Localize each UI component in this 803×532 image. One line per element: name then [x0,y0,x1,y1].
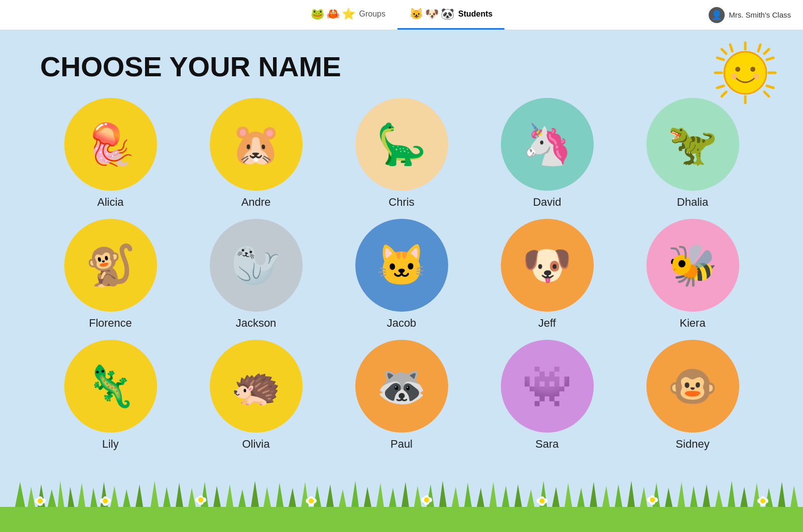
svg-line-12 [717,86,724,88]
svg-marker-65 [565,483,572,507]
students-tab-label: Students [458,10,492,19]
svg-marker-32 [151,481,159,507]
animal-face-sara: 👾 [501,340,594,433]
tab-groups[interactable]: 🐸 🦀 ⭐ Groups [299,0,397,30]
animal-face-florence: 🐒 [64,219,157,312]
svg-marker-33 [163,487,171,507]
svg-marker-60 [502,486,509,507]
svg-marker-82 [778,482,785,507]
svg-marker-20 [15,482,25,507]
svg-marker-21 [28,487,35,507]
svg-marker-67 [590,482,597,507]
header: 🐸 🦀 ⭐ Groups 😺 🐶 🐼 Students 👤 Mrs. Smith… [0,0,803,30]
svg-marker-52 [401,482,409,507]
svg-marker-61 [514,484,522,507]
avatar-david: 🦄 [501,98,594,191]
svg-marker-66 [577,488,585,507]
svg-point-113 [540,498,545,503]
svg-line-10 [758,45,760,51]
user-area: 👤 Mrs. Smith's Class [709,7,791,23]
animal-face-andre: 🐹 [210,98,303,191]
avatar-sara: 👾 [501,340,594,433]
student-sidney[interactable]: 🐵Sidney [622,340,763,451]
student-kiera[interactable]: 🐝Kiera [622,219,763,330]
svg-marker-46 [326,484,334,507]
svg-marker-76 [703,484,710,507]
student-chris[interactable]: 🦕Chris [331,98,472,209]
svg-marker-34 [176,483,183,507]
animal-face-jeff: 🐶 [501,219,594,312]
svg-marker-53 [414,486,422,507]
svg-marker-40 [251,481,259,507]
student-name-lily: Lily [102,438,118,451]
svg-line-9 [717,58,724,60]
sun-decoration [713,40,778,105]
svg-marker-35 [188,488,196,507]
svg-marker-43 [289,488,296,507]
animal-face-sidney: 🐵 [646,340,739,433]
svg-marker-50 [376,483,384,507]
student-name-jeff: Jeff [538,317,556,330]
svg-marker-42 [276,483,284,507]
svg-line-13 [767,86,773,88]
main-content: CHOOSE YOUR NAME 🪼Alicia🐹Andre🦕Chris🦄Dav… [0,30,803,532]
student-name-olivia: Olivia [242,438,270,451]
svg-marker-77 [715,489,723,507]
svg-marker-57 [464,483,472,507]
avatar-andre: 🐹 [210,98,303,191]
svg-point-118 [650,497,655,502]
svg-point-15 [735,67,740,72]
svg-marker-69 [615,484,622,507]
svg-line-6 [764,49,769,54]
student-lily[interactable]: 🦎Lily [40,340,181,451]
student-andre[interactable]: 🐹Andre [186,98,326,209]
students-grid: 🪼Alicia🐹Andre🦕Chris🦄David🦖Dhalia🐒Florenc… [40,98,763,461]
student-jacob[interactable]: 🐱Jacob [331,219,472,330]
user-avatar-icon: 👤 [709,7,725,23]
student-alicia[interactable]: 🪼Alicia [40,98,181,209]
svg-marker-56 [452,487,459,507]
svg-marker-37 [213,486,221,507]
animal-face-chris: 🦕 [355,98,448,191]
student-david[interactable]: 🦄David [477,98,617,209]
header-tabs: 🐸 🦀 ⭐ Groups 😺 🐶 🐼 Students [299,0,505,30]
avatar-kiera: 🐝 [646,219,739,312]
svg-marker-24 [58,481,64,507]
student-paul[interactable]: 🦝Paul [331,340,472,451]
student-name-alicia: Alicia [97,196,124,209]
students-tab-icons: 😺 🐶 🐼 [410,8,454,21]
svg-line-5 [764,92,769,96]
svg-point-16 [750,67,755,72]
svg-marker-27 [90,488,97,507]
svg-marker-39 [238,489,246,507]
student-name-jackson: Jackson [236,317,277,330]
avatar-sidney: 🐵 [646,340,739,433]
svg-marker-58 [477,488,484,507]
animal-face-paul: 🦝 [355,340,448,433]
tab-students[interactable]: 😺 🐶 🐼 Students [397,0,504,30]
svg-rect-19 [0,507,803,532]
svg-point-14 [724,52,766,94]
svg-marker-73 [665,488,673,507]
avatar-jeff: 🐶 [501,219,594,312]
student-olivia[interactable]: 🦔Olivia [186,340,326,451]
svg-marker-71 [640,487,647,507]
student-dhalia[interactable]: 🦖Dhalia [622,98,763,209]
svg-point-93 [103,498,108,503]
animal-face-dhalia: 🦖 [646,98,739,191]
student-sara[interactable]: 👾Sara [477,340,617,451]
student-name-sara: Sara [536,438,559,451]
svg-marker-41 [263,487,271,507]
svg-marker-26 [78,483,85,507]
svg-marker-25 [68,487,74,507]
svg-marker-79 [740,487,748,507]
student-jackson[interactable]: 🦭Jackson [186,219,326,330]
svg-marker-48 [351,481,359,507]
student-florence[interactable]: 🐒Florence [40,219,181,330]
animal-face-jacob: 🐱 [355,219,448,312]
student-jeff[interactable]: 🐶Jeff [477,219,617,330]
svg-marker-74 [678,482,685,507]
student-name-david: David [533,196,561,209]
svg-line-4 [722,49,726,54]
avatar-olivia: 🦔 [210,340,303,433]
